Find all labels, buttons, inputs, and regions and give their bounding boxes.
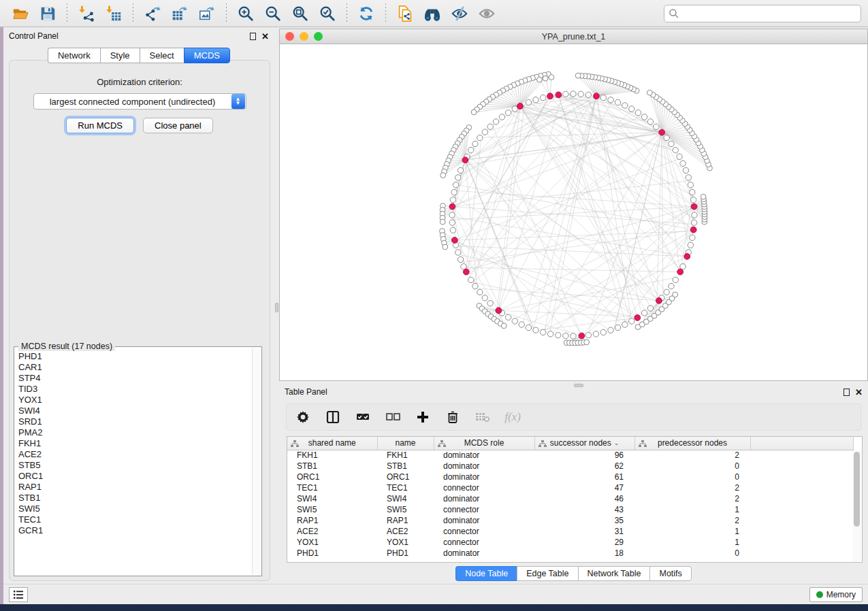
toolbar-separator (385, 3, 386, 24)
zoom-fit-icon[interactable] (290, 3, 310, 24)
splitter-grip[interactable] (275, 303, 278, 312)
show-all-icon[interactable] (477, 3, 497, 24)
result-node[interactable]: GCR1 (18, 525, 251, 536)
horizontal-splitter-grip[interactable] (574, 384, 583, 387)
clone-network-icon[interactable] (395, 3, 415, 24)
table-row[interactable]: TEC1TEC1connector472 (287, 482, 854, 493)
result-node[interactable]: RAP1 (18, 482, 251, 493)
import-network-icon[interactable] (76, 3, 97, 24)
memory-status-icon (816, 591, 823, 598)
control-panel: Control Panel ✕ Network Style Select MCD… (3, 27, 274, 584)
open-icon[interactable] (10, 3, 31, 24)
result-node[interactable]: FKH1 (18, 438, 251, 449)
search-input[interactable] (679, 9, 856, 18)
export-table-icon[interactable] (170, 3, 190, 24)
result-node[interactable]: PHD1 (18, 351, 251, 362)
network-canvas[interactable] (280, 45, 867, 380)
export-network-icon[interactable] (142, 3, 163, 24)
column-header[interactable]: successor nodes⌄ (534, 437, 634, 450)
result-node[interactable]: STB5 (18, 460, 251, 471)
table-row[interactable]: FKH1FKH1dominator962 (287, 450, 854, 461)
result-node[interactable]: STB1 (18, 493, 251, 503)
column-header[interactable]: name (377, 437, 434, 450)
memory-label: Memory (826, 590, 856, 599)
float-panel-icon[interactable] (250, 33, 256, 40)
import-table-icon[interactable] (103, 3, 124, 24)
column-header[interactable]: predecessor nodes (634, 437, 750, 450)
tab-edge-table[interactable]: Edge Table (517, 566, 577, 581)
table-row[interactable]: ORC1ORC1dominator610 (287, 472, 854, 482)
main-toolbar (0, 0, 868, 27)
memory-button[interactable]: Memory (809, 587, 863, 602)
search-box[interactable] (664, 5, 861, 22)
tab-motifs[interactable]: Motifs (649, 566, 691, 581)
float-table-panel-icon[interactable] (843, 389, 850, 396)
hide-selected-icon[interactable] (449, 3, 470, 24)
zoom-in-icon[interactable] (236, 3, 256, 24)
result-node[interactable]: SWI4 (18, 406, 251, 416)
refresh-icon[interactable] (356, 3, 376, 24)
tab-select[interactable]: Select (140, 48, 184, 63)
column-type-icon (438, 440, 446, 447)
result-node[interactable]: TEC1 (18, 514, 251, 525)
task-history-button[interactable] (9, 587, 28, 602)
network-graph[interactable] (280, 45, 867, 380)
close-window-icon[interactable] (285, 32, 294, 41)
table-row[interactable]: YOX1YOX1connector291 (287, 537, 854, 548)
network-window-title: YPA_prune.txt_1 (542, 32, 606, 42)
first-neighbors-icon[interactable] (422, 3, 443, 24)
list-icon (13, 590, 24, 599)
table-scrollbar-thumb[interactable] (854, 452, 860, 527)
table-row[interactable]: ACE2ACE2connector311 (287, 526, 854, 537)
table-row[interactable]: PHD1PHD1dominator180 (287, 548, 854, 559)
select-all-icon[interactable] (355, 409, 371, 425)
minimize-window-icon[interactable] (300, 32, 308, 41)
table-panel-title: Table Panel (285, 387, 327, 397)
maximize-window-icon[interactable] (314, 32, 323, 41)
optimization-criterion-select[interactable]: largest connected component (undirected)… (33, 93, 246, 110)
table-row[interactable]: STB1STB1dominator620 (287, 461, 854, 472)
column-header[interactable]: MCDS role (434, 437, 534, 450)
column-type-icon (291, 440, 299, 447)
export-image-icon[interactable] (197, 3, 217, 24)
zoom-out-icon[interactable] (263, 3, 283, 24)
node-table[interactable]: shared namenameMCDS rolesuccessor nodes⌄… (287, 436, 863, 563)
tab-network-table[interactable]: Network Table (578, 566, 650, 581)
result-node[interactable]: PMA2 (18, 427, 251, 438)
result-node[interactable]: YOX1 (18, 395, 251, 406)
network-window-titlebar[interactable]: YPA_prune.txt_1 (280, 29, 867, 44)
tab-style[interactable]: Style (100, 48, 140, 63)
result-node[interactable]: ACE2 (18, 449, 251, 460)
close-panel-button[interactable]: Close panel (143, 118, 213, 133)
result-node[interactable]: STP4 (18, 373, 251, 384)
result-node[interactable]: SRD1 (18, 416, 251, 427)
save-icon[interactable] (37, 3, 58, 24)
result-list-scrollbar[interactable] (252, 348, 261, 575)
zoom-selected-icon[interactable] (317, 3, 338, 24)
result-node[interactable]: ORC1 (18, 471, 251, 482)
table-row[interactable]: RAP1RAP1dominator352 (287, 515, 854, 526)
table-scrollbar[interactable] (852, 450, 861, 561)
column-header[interactable]: shared name (287, 437, 377, 450)
mcds-result-list[interactable]: PHD1CAR1STP4TID3YOX1SWI4SRD1PMA2FKH1ACE2… (18, 351, 251, 574)
tab-node-table[interactable]: Node Table (455, 566, 517, 581)
result-node[interactable]: CAR1 (18, 362, 251, 373)
result-node[interactable]: SWI5 (18, 503, 251, 514)
mcds-result-title: MCDS result (17 nodes) (18, 342, 115, 351)
deselect-all-icon[interactable] (385, 409, 401, 425)
table-row[interactable]: SWI4SWI4dominator462 (287, 493, 854, 504)
function-builder-icon: f(x) (504, 409, 521, 425)
columns-icon[interactable] (325, 409, 341, 425)
delete-column-icon[interactable] (445, 409, 461, 425)
settings-icon[interactable] (295, 409, 311, 425)
optimization-criterion-label: Optimization criterion: (10, 77, 270, 87)
close-panel-icon[interactable]: ✕ (261, 32, 269, 41)
close-table-panel-icon[interactable]: ✕ (855, 388, 863, 397)
result-node[interactable]: TID3 (18, 384, 251, 395)
tab-mcds[interactable]: MCDS (184, 48, 230, 63)
tab-network[interactable]: Network (48, 48, 100, 63)
vertical-splitter[interactable] (274, 27, 279, 584)
table-row[interactable]: SWI5SWI5connector431 (287, 504, 854, 515)
run-mcds-button[interactable]: Run MCDS (66, 118, 134, 133)
add-column-icon[interactable] (415, 409, 431, 425)
